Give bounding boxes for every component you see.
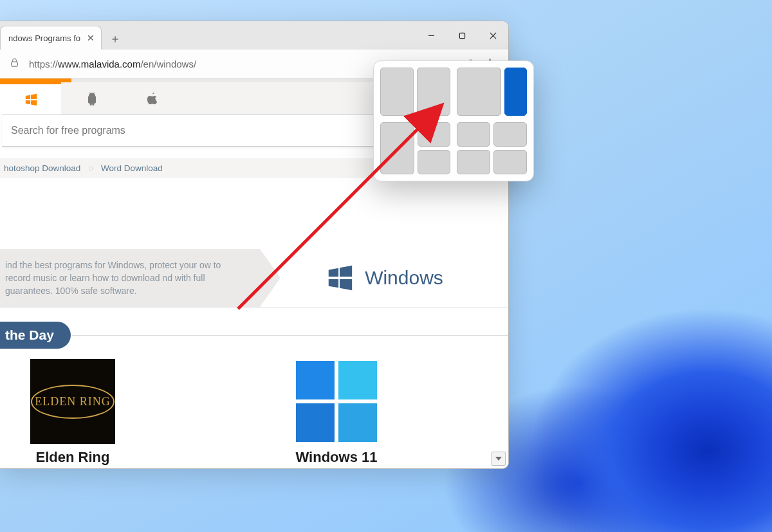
hero-logo: Windows [260, 263, 508, 293]
snap-cell[interactable] [493, 150, 527, 174]
windows-logo-icon [325, 263, 354, 293]
platform-tab-apple[interactable] [122, 82, 183, 115]
close-window-button[interactable] [477, 21, 508, 50]
platform-tab-android[interactable] [61, 82, 122, 115]
snap-layout-split-2 [380, 68, 450, 116]
app-card[interactable]: Windows 11 [282, 359, 391, 468]
url-host: www.malavida.com [58, 59, 140, 69]
snap-layout-two-thirds [457, 68, 527, 116]
window-controls [416, 21, 508, 50]
url-scheme: https:// [29, 59, 58, 69]
close-tab-icon[interactable]: ✕ [87, 33, 95, 43]
app-card[interactable]: ELDEN RING Elden Ring [18, 359, 127, 468]
platform-tab-windows[interactable] [0, 82, 61, 115]
browser-tab[interactable]: ndows Programs fo ✕ [0, 26, 102, 50]
maximize-button[interactable] [446, 21, 477, 50]
svg-rect-1 [459, 33, 464, 38]
section-title: the Day [0, 322, 71, 349]
svg-rect-4 [12, 62, 18, 66]
title-bar: ndows Programs fo ✕ ＋ [0, 21, 508, 50]
snap-cell[interactable] [493, 122, 527, 147]
snap-cell[interactable] [418, 150, 450, 174]
hero-tagline: ind the best programs for Windows, prote… [0, 249, 260, 307]
snap-layout-split-then-stack [380, 122, 450, 175]
snap-cell-selected[interactable] [504, 68, 527, 116]
minimize-button[interactable] [416, 21, 446, 50]
snap-cell[interactable] [457, 150, 490, 174]
hero-banner: ind the best programs for Windows, prote… [0, 249, 508, 307]
app-thumb-elden-ring: ELDEN RING [30, 359, 115, 444]
snap-cell[interactable] [380, 68, 414, 116]
separator-icon: ○ [88, 163, 93, 173]
snap-cell[interactable] [418, 122, 450, 147]
snap-cell[interactable] [457, 68, 501, 116]
snap-cell[interactable] [417, 68, 450, 116]
search-placeholder: Search for free programs [11, 125, 125, 136]
snap-layout-quad [457, 122, 527, 175]
app-card-row: ELDEN RING Elden Ring Windows 11 [0, 349, 508, 468]
app-name: Elden Ring [36, 449, 110, 466]
site-info-icon[interactable] [9, 57, 20, 70]
snap-layouts-popover [373, 60, 534, 181]
quick-link[interactable]: Word Download [101, 163, 163, 173]
snap-cell[interactable] [457, 122, 490, 147]
app-thumb-windows11 [294, 359, 379, 444]
snap-cell[interactable] [380, 122, 414, 175]
section-heading: the Day [0, 322, 508, 349]
url-text[interactable]: https://www.malavida.com/en/windows/ [29, 59, 196, 69]
new-tab-button[interactable]: ＋ [104, 28, 126, 50]
tab-title: ndows Programs fo [8, 33, 80, 43]
quick-link[interactable]: hotoshop Download [4, 163, 80, 173]
hero-title: Windows [365, 267, 443, 289]
scroll-down-button[interactable] [492, 452, 506, 466]
url-path: /en/windows/ [140, 59, 196, 69]
app-name: Windows 11 [296, 449, 378, 466]
